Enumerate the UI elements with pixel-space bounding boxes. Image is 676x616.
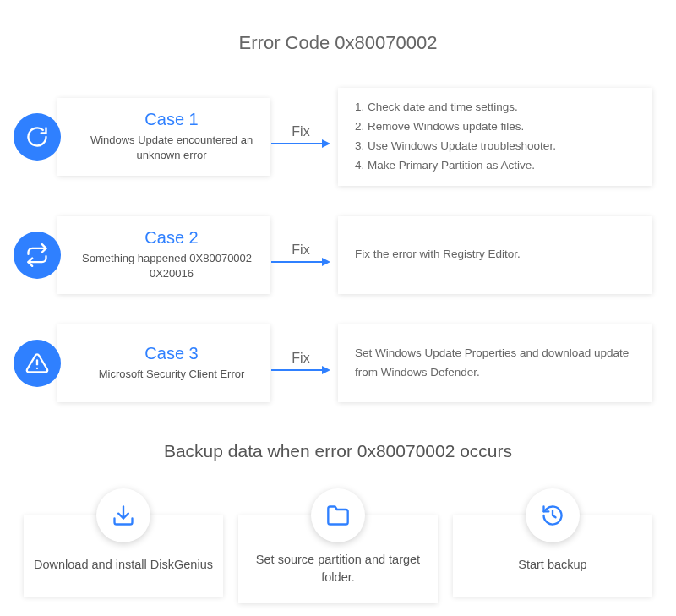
download-icon — [96, 488, 150, 542]
solution-line: 1. Check date and time settings. — [355, 98, 635, 117]
retweet-icon — [14, 232, 61, 279]
step-3: Start backup — [453, 488, 652, 603]
case-row-1: Case 1 Windows Update encountered an unk… — [57, 88, 652, 186]
arrow-icon — [271, 364, 330, 376]
alert-triangle-icon — [14, 340, 61, 387]
step-1: Download and install DiskGenius — [24, 488, 223, 603]
case-3-title: Case 3 — [81, 344, 262, 363]
solution-line: 4. Make Primary Partition as Active. — [355, 156, 635, 176]
refresh-icon — [14, 113, 61, 161]
fix-arrow-1: Fix — [270, 124, 331, 150]
case-row-2: Case 2 Something happened 0X80070002 – 0… — [57, 216, 652, 294]
fix-arrow-2: Fix — [270, 243, 331, 268]
case-1-desc: Windows Update encountered an unknown er… — [81, 133, 262, 163]
arrow-icon — [271, 138, 330, 150]
svg-marker-7 — [322, 366, 330, 374]
case-row-3: Case 3 Microsoft Security Client Error F… — [57, 324, 652, 402]
case-card-1: Case 1 Windows Update encountered an unk… — [57, 98, 270, 176]
solution-line: 3. Use Windows Update troubleshooter. — [355, 137, 635, 156]
solution-line: 2. Remove Windows update files. — [355, 117, 635, 137]
step-2: Set source partition and target folder. — [238, 488, 438, 603]
svg-marker-1 — [322, 139, 330, 148]
history-icon — [526, 488, 580, 542]
svg-marker-3 — [322, 258, 330, 266]
solution-card-3: Set Windows Update Properties and downlo… — [338, 324, 652, 402]
solution-card-1: 1. Check date and time settings. 2. Remo… — [338, 88, 652, 186]
case-2-desc: Something happened 0X80070002 – 0X20016 — [81, 251, 262, 281]
case-card-3: Case 3 Microsoft Security Client Error — [57, 324, 270, 402]
case-1-title: Case 1 — [81, 110, 262, 129]
solution-line: Fix the error with Registry Editor. — [355, 245, 635, 264]
solution-line: Set Windows Update Properties and downlo… — [355, 344, 635, 383]
page-title: Error Code 0x80070002 — [0, 32, 676, 54]
folder-icon — [311, 488, 365, 542]
cases-section: Case 1 Windows Update encountered an unk… — [0, 88, 676, 402]
solution-card-2: Fix the error with Registry Editor. — [338, 216, 652, 294]
case-3-desc: Microsoft Security Client Error — [81, 367, 262, 382]
arrow-icon — [271, 256, 330, 268]
case-2-title: Case 2 — [81, 228, 262, 248]
steps-section: Download and install DiskGenius Set sour… — [0, 488, 676, 603]
backup-title: Backup data when error 0x80070002 occurs — [0, 441, 676, 461]
fix-arrow-3: Fix — [270, 351, 331, 376]
case-card-2: Case 2 Something happened 0X80070002 – 0… — [57, 216, 270, 294]
